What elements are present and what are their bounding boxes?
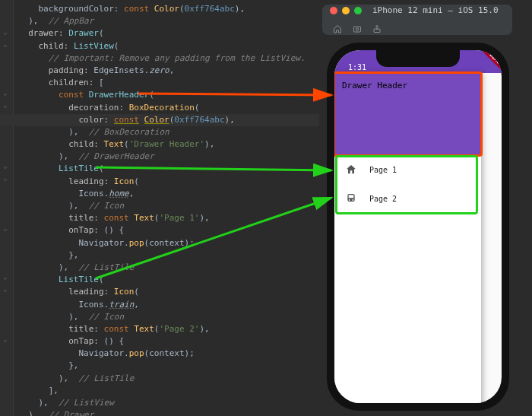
home-icon[interactable]: [333, 24, 342, 33]
svg-rect-0: [354, 27, 361, 32]
code-line[interactable]: children: [: [0, 77, 319, 89]
code-line[interactable]: ), // Icon: [0, 311, 319, 323]
code-line[interactable]: title: const Text('Page 2'),: [0, 323, 319, 335]
code-line[interactable]: decoration: BoxDecoration(: [0, 102, 319, 114]
status-time: 1:31: [348, 63, 366, 71]
code-line[interactable]: },: [0, 249, 319, 262]
svg-point-5: [352, 199, 353, 201]
phone-notch: [376, 50, 460, 67]
phone-frame: 1:31 DEMO Drawer Header Page 1 Page 2: [327, 43, 509, 411]
list-tile-label: Page 2: [369, 195, 397, 203]
drawer-panel[interactable]: Drawer Header Page 1 Page 2: [334, 73, 481, 403]
svg-rect-6: [349, 195, 354, 198]
code-line[interactable]: const DrawerHeader(: [0, 89, 319, 101]
code-line[interactable]: ), // DrawerHeader: [0, 151, 319, 163]
drawer-header[interactable]: Drawer Header: [334, 73, 481, 155]
code-line[interactable]: leading: Icon(: [0, 176, 319, 188]
home-icon: [345, 164, 357, 176]
code-line[interactable]: ],: [0, 385, 319, 397]
code-line[interactable]: child: ListView(: [0, 40, 319, 52]
code-line[interactable]: leading: Icon(: [0, 286, 319, 298]
simulator-titlebar: iPhone 12 mini – iOS 15.0: [322, 5, 512, 35]
code-line[interactable]: ), // ListView: [0, 397, 319, 409]
code-line[interactable]: Navigator.pop(context);: [0, 348, 319, 360]
svg-point-4: [349, 199, 350, 201]
code-line[interactable]: Icons.home,: [0, 188, 319, 200]
code-line[interactable]: Icons.train,: [0, 299, 319, 311]
minimize-icon[interactable]: [342, 7, 350, 14]
zoom-icon[interactable]: [354, 7, 362, 14]
code-editor[interactable]: backgroundColor: const Color(0xff764abc)…: [0, 0, 319, 416]
code-line[interactable]: // Important: Remove any padding from th…: [0, 52, 319, 65]
code-line[interactable]: child: Text('Drawer Header'),: [0, 138, 319, 151]
code-line[interactable]: title: const Text('Page 1'),: [0, 212, 319, 224]
list-tile-page2[interactable]: Page 2: [334, 184, 481, 213]
code-line[interactable]: ), // ListTile: [0, 373, 319, 385]
code-line[interactable]: ), // Drawer: [0, 409, 319, 416]
code-line[interactable]: padding: EdgeInsets.zero,: [0, 65, 319, 77]
code-line[interactable]: ), // ListTile: [0, 262, 319, 274]
list-tile-label: Page 1: [369, 166, 397, 174]
share-icon[interactable]: [372, 24, 382, 33]
list-tile-page1[interactable]: Page 1: [334, 155, 481, 184]
svg-point-1: [356, 28, 359, 31]
debug-banner: DEMO: [478, 50, 502, 75]
code-line[interactable]: ), // Icon: [0, 200, 319, 212]
screenshot-icon[interactable]: [353, 24, 362, 33]
simulator-title: iPhone 12 mini – iOS 15.0: [372, 5, 499, 15]
code-line[interactable]: Navigator.pop(context);: [0, 237, 319, 249]
window-traffic-lights[interactable]: [330, 7, 362, 14]
code-line[interactable]: },: [0, 360, 319, 372]
code-line[interactable]: onTap: () {: [0, 224, 319, 237]
code-line[interactable]: ), // AppBar: [0, 15, 319, 27]
code-line[interactable]: ListTile(: [0, 274, 319, 286]
train-icon: [345, 192, 357, 205]
close-icon[interactable]: [330, 7, 337, 14]
drawer-header-text: Drawer Header: [342, 81, 407, 91]
code-line[interactable]: ), // BoxDecoration: [0, 126, 319, 138]
phone-screen[interactable]: 1:31 DEMO Drawer Header Page 1 Page 2: [334, 50, 502, 403]
code-line[interactable]: onTap: () {: [0, 335, 319, 348]
code-line[interactable]: backgroundColor: const Color(0xff764abc)…: [0, 3, 319, 15]
code-line[interactable]: drawer: Drawer(: [0, 27, 319, 40]
code-line[interactable]: color: const Color(0xff764abc),: [0, 114, 319, 126]
code-line[interactable]: ListTile(: [0, 163, 319, 175]
